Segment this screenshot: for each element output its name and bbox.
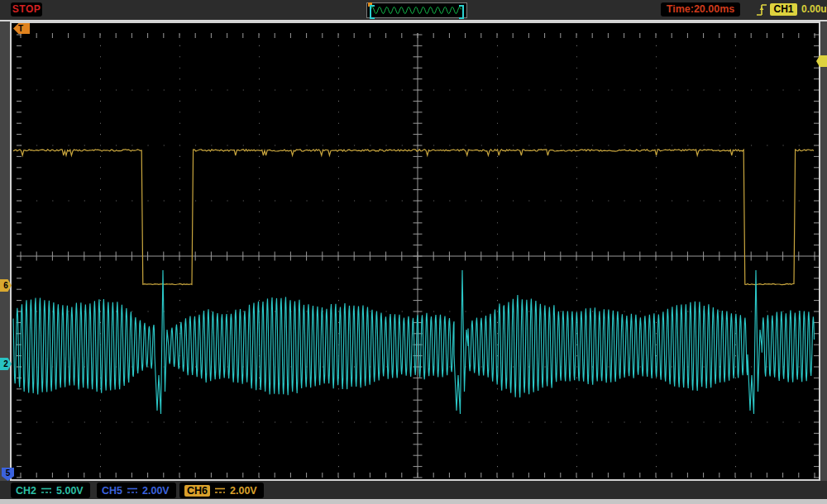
channel-scale: 2.00V: [230, 485, 257, 497]
display-area[interactable]: [10, 21, 820, 481]
channel-scale: 2.00V: [142, 485, 170, 497]
top-status-bar: STOP Time:20.00ms CH1 0.00uV: [0, 0, 827, 20]
run-state-indicator[interactable]: STOP: [11, 2, 42, 17]
window-bottom-edge: [0, 499, 827, 504]
channel-name: CH6: [184, 485, 210, 497]
preview-waveform: [367, 3, 466, 17]
trigger-source-badge[interactable]: CH1: [770, 3, 797, 16]
dc-coupling-icon: [214, 487, 226, 494]
ch6-readout[interactable]: CH6 2.00V: [179, 483, 264, 498]
trigger-edge-icon: [756, 2, 768, 17]
dc-coupling-icon: [41, 487, 52, 494]
ch2-readout[interactable]: CH2 5.00V: [11, 483, 90, 498]
timebase-readout[interactable]: Time:20.00ms: [661, 2, 740, 17]
preview-left-bracket-icon[interactable]: [370, 5, 375, 19]
dc-coupling-icon: [127, 487, 138, 494]
trigger-level-readout: 0.00uV: [801, 3, 827, 16]
oscilloscope-app: STOP Time:20.00ms CH1 0.00uV T 6 2 5 CH2: [0, 0, 827, 504]
channel-scale: 5.00V: [56, 485, 84, 497]
channel-name: CH5: [102, 485, 122, 497]
preview-right-bracket-icon[interactable]: [459, 5, 464, 19]
graticule-and-traces: [12, 23, 819, 479]
channel-name: CH2: [16, 485, 36, 497]
ch5-readout[interactable]: CH5 2.00V: [97, 483, 176, 498]
bottom-status-bar: CH2 5.00V CH5 2.00V CH6 2.00V: [0, 481, 827, 499]
waveform-preview[interactable]: [366, 2, 467, 18]
